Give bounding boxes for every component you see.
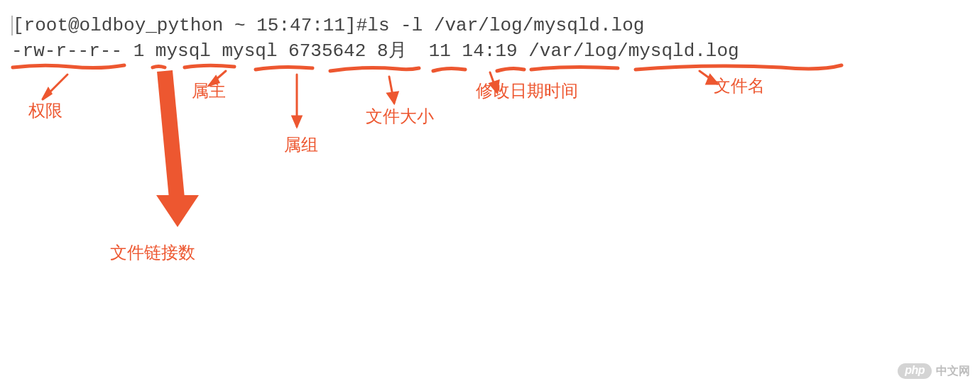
label-filename: 文件名: [714, 75, 765, 97]
underline-permissions: [13, 65, 124, 68]
watermark-text: 中文网: [936, 364, 970, 379]
svg-marker-2: [293, 116, 301, 126]
label-group: 属组: [284, 133, 318, 156]
label-permissions: 权限: [28, 99, 62, 122]
field-month: 8月: [377, 40, 407, 62]
label-size: 文件大小: [366, 105, 434, 128]
field-filename: /var/log/mysqld.log: [528, 40, 739, 62]
watermark: php 中文网: [898, 363, 970, 379]
terminal-prompt-line: [root@oldboy_python ~ 15:47:11]#ls -l /v…: [11, 13, 644, 38]
underline-owner: [185, 65, 234, 67]
field-size: 6735642: [288, 40, 366, 62]
svg-marker-6: [156, 195, 199, 227]
field-group: mysql: [222, 40, 277, 62]
underline-group: [256, 67, 312, 70]
watermark-php-badge: php: [898, 363, 932, 379]
field-permissions: -rw-r--r--: [11, 40, 122, 62]
svg-marker-0: [43, 89, 51, 99]
command-text: ls -l /var/log/mysqld.log: [367, 15, 644, 36]
field-owner: mysql: [156, 40, 211, 62]
label-owner: 属主: [192, 79, 226, 102]
ls-output-line: -rw-r--r-- 1 mysql mysql 6735642 8月 11 1…: [11, 38, 739, 64]
underline-filename: [636, 65, 842, 70]
underline-links: [153, 67, 165, 68]
shell-prompt: [root@oldboy_python ~ 15:47:11]#: [13, 15, 367, 36]
underline-month: [433, 68, 465, 71]
underline-day: [497, 68, 524, 71]
underline-size: [330, 68, 419, 71]
svg-marker-3: [388, 92, 398, 103]
label-datetime: 修改日期时间: [476, 79, 578, 102]
label-links: 文件链接数: [110, 241, 195, 264]
field-time: 14:19: [462, 40, 518, 62]
underline-time: [531, 67, 618, 70]
field-links: 1: [134, 40, 145, 62]
field-day: 11: [429, 40, 451, 62]
